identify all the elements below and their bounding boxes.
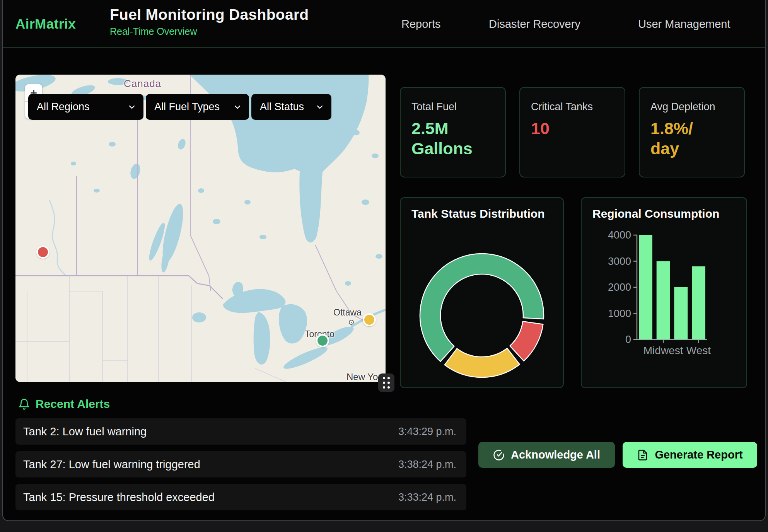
status-filter-value: All Status <box>260 101 304 113</box>
avg-depletion-card: Avg Depletion 1.8%/ day <box>639 87 745 177</box>
generate-report-button[interactable]: Generate Report <box>623 442 757 468</box>
page-subtitle: Real-Time Overview <box>110 26 309 37</box>
regional-consumption-card: Regional Consumption 01000200030004000Mi… <box>581 197 747 388</box>
svg-text:0: 0 <box>625 334 631 345</box>
map-drag-handle-icon[interactable] <box>378 373 394 392</box>
alert-row: Tank 2: Low fuel warning 3:43:29 p.m. <box>15 418 466 445</box>
svg-text:Midwest: Midwest <box>643 344 683 356</box>
svg-text:4000: 4000 <box>608 229 631 241</box>
nav-reports[interactable]: Reports <box>401 0 441 48</box>
regional-consumption-bars: 01000200030004000MidwestWest <box>582 198 748 389</box>
map-filters: All Regions All Fuel Types All Status <box>28 94 331 120</box>
alert-text: Tank 15: Pressure threshold exceeded <box>23 491 215 504</box>
brand-logo: AirMatrix <box>15 16 76 32</box>
tank-marker-warning[interactable] <box>363 313 376 326</box>
nav-disaster-recovery[interactable]: Disaster Recovery <box>489 0 580 48</box>
check-circle-icon <box>493 449 505 461</box>
page-title: Fuel Monitoring Dashboard <box>110 6 309 23</box>
fuel-map[interactable]: Canada Ottawa Toronto New York + − All R… <box>15 75 386 382</box>
avg-depletion-value: 1.8%/ day <box>650 118 733 159</box>
fuel-type-filter-select[interactable]: All Fuel Types <box>146 94 249 120</box>
tank-marker-normal[interactable] <box>316 334 329 347</box>
alert-time: 3:38:24 p.m. <box>398 459 456 471</box>
total-fuel-value: 2.5M Gallons <box>411 118 494 159</box>
stat-label: Total Fuel <box>411 101 494 113</box>
svg-text:3000: 3000 <box>608 256 631 267</box>
alert-row: Tank 27: Low fuel warning triggered 3:38… <box>15 451 466 477</box>
map-label-ottawa: Ottawa <box>333 307 362 318</box>
bell-icon <box>18 398 30 410</box>
alert-row: Tank 15: Pressure threshold exceeded 3:3… <box>15 484 466 510</box>
chevron-down-icon <box>315 102 324 112</box>
alert-time: 3:33:24 p.m. <box>398 491 456 503</box>
dashboard-container: AirMatrix Fuel Monitoring Dashboard Real… <box>2 0 766 521</box>
recent-alerts-header: Recent Alerts <box>18 397 110 411</box>
nav-user-management[interactable]: User Management <box>638 0 730 48</box>
status-filter-select[interactable]: All Status <box>251 94 331 120</box>
critical-tanks-value: 10 <box>531 118 614 138</box>
file-report-icon <box>637 449 649 461</box>
alert-time: 3:43:29 p.m. <box>398 426 456 438</box>
critical-tanks-card: Critical Tanks 10 <box>519 87 625 177</box>
tank-marker-critical[interactable] <box>36 246 49 259</box>
tank-status-card: Tank Status Distribution <box>400 197 564 388</box>
total-fuel-card: Total Fuel 2.5M Gallons <box>400 87 506 177</box>
fuel-type-filter-value: All Fuel Types <box>154 101 220 113</box>
acknowledge-all-button[interactable]: Acknowledge All <box>478 442 615 468</box>
app-header: AirMatrix Fuel Monitoring Dashboard Real… <box>3 0 765 48</box>
recent-alerts-title: Recent Alerts <box>36 397 110 411</box>
chevron-down-icon <box>127 102 137 112</box>
tank-status-donut <box>401 198 565 389</box>
region-filter-value: All Regions <box>37 101 90 113</box>
svg-text:1000: 1000 <box>608 308 631 319</box>
map-label-canada: Canada <box>124 78 161 90</box>
alert-text: Tank 2: Low fuel warning <box>23 425 147 438</box>
title-block: Fuel Monitoring Dashboard Real-Time Over… <box>110 6 309 37</box>
chevron-down-icon <box>233 102 242 112</box>
ottawa-town-icon <box>349 320 354 325</box>
stat-label: Critical Tanks <box>531 101 614 113</box>
stat-label: Avg Depletion <box>650 101 733 113</box>
region-filter-select[interactable]: All Regions <box>28 94 143 120</box>
svg-text:2000: 2000 <box>608 281 631 293</box>
svg-text:West: West <box>686 344 711 356</box>
alert-text: Tank 27: Low fuel warning triggered <box>23 458 200 471</box>
